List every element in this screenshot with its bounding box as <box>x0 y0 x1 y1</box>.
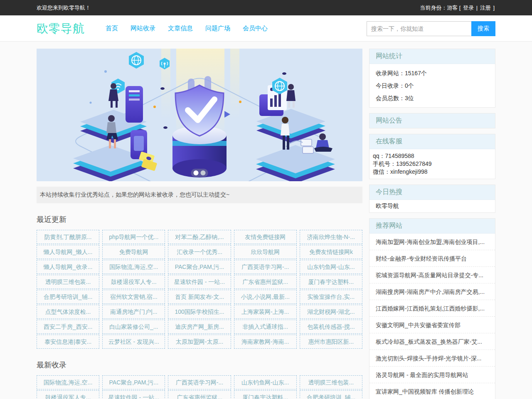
card-title-recommended-sites: 推荐网站 <box>369 219 495 234</box>
site-link[interactable]: 厦门春宇达塑料... <box>300 275 362 289</box>
site-link[interactable]: 广东省惠州监狱... <box>168 390 231 399</box>
nav-link[interactable]: 问题广场 <box>205 25 230 32</box>
identity-suffix: ] <box>493 5 495 11</box>
recommended-site-link[interactable]: 湖南搜房网-湖南房产中介,湖南房产交易,... <box>369 283 495 300</box>
site-link[interactable]: 100国际学校招生... <box>168 305 231 319</box>
site-logo[interactable]: 欧零导航 <box>37 21 85 37</box>
recommended-site-link[interactable]: 海南加盟网-海南创业加盟,海南创业项目,... <box>369 234 495 250</box>
site-link[interactable]: 对苯二酚,乙醇钠,... <box>168 230 231 244</box>
search-button[interactable]: 搜索 <box>471 21 495 36</box>
submit-notice: 本站持续收集行业优秀站点，如果您的网站未被收录，您也可以主动提交~ <box>37 187 362 203</box>
contact-line: qq：714589588 <box>373 152 492 160</box>
site-link[interactable]: 山东钓鱼网-山东... <box>300 260 362 274</box>
recommended-site-link[interactable]: 激光切割头-焊接头-手持焊-光学镜片-深... <box>369 350 495 367</box>
site-link[interactable]: 白山家装修公司_... <box>102 320 165 334</box>
site-link[interactable]: PAC聚合,PAM,污... <box>168 260 231 274</box>
site-link[interactable]: 防黄剂,丁酰肼原... <box>37 230 99 244</box>
hero-illustration <box>37 49 362 181</box>
latest-included-grid: 国际物流,海运,空...PAC聚合,PAM,污...广西英语学习网-...山东钓… <box>37 375 362 399</box>
card-online-service: 在线客服 qq：714589588手机号：13952627849微信：xinfe… <box>369 134 495 179</box>
site-link[interactable]: 云梦社区 - 发现兴... <box>102 335 165 349</box>
login-link[interactable]: 登录 <box>463 5 474 11</box>
site-link[interactable]: 广西英语学习网-... <box>234 260 297 274</box>
recommended-site-link[interactable]: 财经-金融界-专业财经资讯传播平台 <box>369 250 495 267</box>
site-link[interactable]: 泰安信息港|泰安... <box>37 335 99 349</box>
card-recommended-sites: 推荐网站 海南加盟网-海南创业加盟,海南创业项目,...财经-金融界-专业财经资… <box>369 218 495 399</box>
recommended-site-link[interactable]: 安徽文明网_中共安徽省委宣传部 <box>369 317 495 333</box>
nav-link[interactable]: 网站收录 <box>131 25 155 32</box>
recommended-site-link[interactable]: 洛灵导航网 - 最全面的实用导航网站 <box>369 367 495 383</box>
topbar: 欢迎您来到欧零导航！ 当前身份：游客 [ 登录 | 注册 ] <box>0 0 532 15</box>
card-hot-search: 今日热搜 欧零导航 <box>369 185 495 213</box>
site-link[interactable]: 济南欣烨生物-N-... <box>300 230 362 244</box>
hot-search-item[interactable]: 欧零导航 <box>369 200 495 212</box>
site-link[interactable]: 海南家教网-海南... <box>234 335 297 349</box>
site-link[interactable]: 合肥考研培训_辅... <box>300 390 362 399</box>
person-right-bottom-sitting <box>314 133 332 152</box>
recommended-site-link[interactable]: 驼城资源导航网-高质量网站目录提交-专... <box>369 267 495 283</box>
recommended-site-link[interactable]: 宣讲家网_中国视频智库 传播创新理论 <box>369 383 495 399</box>
site-link[interactable]: 南通房地产门户|... <box>102 305 165 319</box>
recommended-sites-list: 海南加盟网-海南创业加盟,海南创业项目,...财经-金融界-专业财经资讯传播平台… <box>369 234 495 399</box>
site-link[interactable]: 太原加盟网-太原... <box>168 335 231 349</box>
identity-separator: | <box>476 5 478 11</box>
carousel-dot-1[interactable] <box>194 170 199 175</box>
site-link[interactable]: 宿州软文营销,宿... <box>102 290 165 304</box>
contact-line: 微信：xinfengkeji998 <box>373 168 492 176</box>
site-link[interactable]: 免费导航网 <box>102 245 165 259</box>
site-link[interactable]: 懒人导航网_懒人... <box>37 245 99 259</box>
site-link[interactable]: 点型气体浓度检... <box>37 305 99 319</box>
site-link[interactable]: 星速软件园 - 一站... <box>102 390 165 399</box>
site-link[interactable]: 汇收录一个优秀... <box>168 245 231 259</box>
carousel-dot-2[interactable] <box>201 170 206 175</box>
section-title-latest-included: 最新收录 <box>37 360 362 370</box>
site-link[interactable]: 透明膜三维包装... <box>37 275 99 289</box>
site-stats-body: 收录网站：15167个今日收录：0个会员总数：3位 <box>369 64 495 107</box>
site-link[interactable]: 合肥考研培训_辅... <box>37 290 99 304</box>
site-link[interactable]: 免费友情链接网k <box>300 245 362 259</box>
person-right-top <box>286 84 296 108</box>
site-link[interactable]: 实验室操作台,实... <box>300 290 362 304</box>
section-title-recent-updates: 最近更新 <box>37 214 362 224</box>
site-link[interactable]: 惠州市惠阳区新... <box>300 335 362 349</box>
site-link[interactable]: 首页 新闻发布-文... <box>168 290 231 304</box>
site-link[interactable]: 欣欣导航网 <box>234 245 297 259</box>
site-link[interactable]: 国际物流,海运,空... <box>37 375 99 389</box>
site-link[interactable]: 鼓楼退役军人专... <box>102 275 165 289</box>
site-link[interactable]: 湖北财税网-湖北... <box>300 305 362 319</box>
site-link[interactable]: 国际物流,海运,空... <box>102 260 165 274</box>
site-link[interactable]: 广东省惠州监狱... <box>234 275 297 289</box>
site-link[interactable]: 非插入式通球指... <box>234 320 297 334</box>
card-title-site-stats: 网站统计 <box>369 49 495 64</box>
sidebar: 网站统计 收录网站：15167个今日收录：0个会员总数：3位 网站公告 在线客服… <box>369 49 495 399</box>
site-link[interactable]: 厦门春宇达塑料... <box>234 390 297 399</box>
site-link[interactable]: 小说,小说网,最新... <box>234 290 297 304</box>
nav-link[interactable]: 会员中心 <box>243 25 268 32</box>
recommended-site-link[interactable]: 江西婚嫁网-江西婚礼策划,江西婚纱摄影,... <box>369 300 495 317</box>
site-link[interactable]: 友情免费链接网 <box>234 230 297 244</box>
register-link[interactable]: 注册 <box>480 5 491 11</box>
recommended-site-link[interactable]: 板式冷却器_板式蒸发器_换热器厂家-艾... <box>369 333 495 350</box>
site-link[interactable]: 西安二手房_西安... <box>37 320 99 334</box>
site-link[interactable]: 透明膜三维包装... <box>300 375 362 389</box>
nav-link[interactable]: 文章信息 <box>168 25 193 32</box>
welcome-text: 欢迎您来到欧零导航！ <box>37 4 91 12</box>
site-link[interactable]: 上海家装网-上海... <box>234 305 297 319</box>
site-link[interactable]: 鼓楼退役军人专... <box>37 390 99 399</box>
site-link[interactable]: 山东钓鱼网-山东... <box>234 375 297 389</box>
identity-prefix: 当前身份：游客 [ <box>420 5 461 11</box>
site-link[interactable]: PAC聚合,PAM,污... <box>102 375 165 389</box>
card-announcement: 网站公告 <box>369 113 495 128</box>
site-link[interactable]: 包装机传感器-搅... <box>300 320 362 334</box>
card-site-stats: 网站统计 收录网站：15167个今日收录：0个会员总数：3位 <box>369 49 495 108</box>
search-input[interactable] <box>367 21 471 36</box>
site-link[interactable]: php导航网一个优... <box>102 230 165 244</box>
online-service-body: qq：714589588手机号：13952627849微信：xinfengkej… <box>369 149 495 179</box>
stat-line: 收录网站：15167个 <box>376 67 489 79</box>
site-link[interactable]: 星速软件园 - 一站... <box>168 275 231 289</box>
hot-search-body: 欧零导航 <box>369 200 495 212</box>
site-link[interactable]: 迪庆房产网_新房... <box>168 320 231 334</box>
site-link[interactable]: 懒人导航网_收录... <box>37 260 99 274</box>
nav-link[interactable]: 首页 <box>106 25 118 32</box>
site-link[interactable]: 广西英语学习网-... <box>168 375 231 389</box>
